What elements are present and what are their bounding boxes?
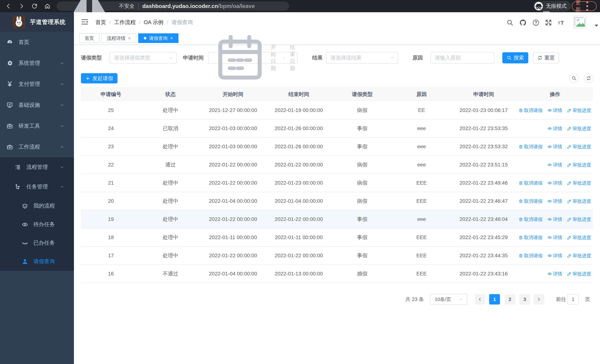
breadcrumb-item[interactable]: OA 示例 [144, 19, 163, 26]
cell-status: 通过 [141, 161, 200, 168]
cell-end-time: 2022-01-26 00:00:00 [266, 125, 332, 131]
tab-label: 首页 [85, 35, 94, 41]
approval-progress-link[interactable]: 审批进度 [567, 144, 591, 150]
next-page-button[interactable] [534, 294, 544, 305]
cell-reason: EEE [393, 271, 450, 277]
help-icon[interactable] [532, 18, 540, 27]
sidebar-item-基础设施[interactable]: 基础设施 [0, 94, 74, 115]
goto-page-input[interactable]: 1 [567, 294, 579, 305]
cancel-leave-link[interactable]: 取消请假 [518, 107, 543, 113]
leave-type-select[interactable]: 请选择请假类型 [110, 52, 177, 64]
approval-progress-link[interactable]: 审批进度 [567, 271, 591, 277]
sidebar-item-研发工具[interactable]: 研发工具 [0, 115, 74, 136]
detail-link[interactable]: 详情 [547, 216, 562, 222]
approval-progress-link[interactable]: 审批进度 [567, 107, 591, 113]
avatar-caret-icon[interactable] [593, 22, 600, 29]
detail-link-label: 详情 [553, 198, 562, 204]
page-button-3[interactable]: 3 [519, 294, 530, 305]
sidebar-item-我的流程[interactable]: 我的流程 [0, 197, 74, 215]
search-button[interactable]: 搜索 [502, 52, 528, 63]
detail-link[interactable]: 详情 [547, 144, 562, 150]
dashboard-icon [6, 39, 14, 45]
tab-请假查询[interactable]: 请假查询× [138, 33, 178, 43]
sidebar-item-工作流程[interactable]: 工作流程 [0, 136, 74, 157]
sidebar-item-已办任务[interactable]: 已办任务 [0, 234, 74, 252]
toggle-search-button[interactable] [569, 73, 579, 83]
forward-icon[interactable] [17, 2, 26, 10]
detail-link[interactable]: 详情 [547, 107, 562, 113]
approval-progress-link[interactable]: 审批进度 [567, 234, 591, 241]
cancel-leave-link[interactable]: 取消请假 [518, 198, 543, 204]
cell-start-time: 2022-01-22 00:00:00 [200, 216, 266, 222]
sidebar-item-支付管理[interactable]: 支付管理 [0, 74, 74, 94]
sidebar-item-流程管理[interactable]: 流程管理 [0, 157, 74, 177]
approval-progress-link[interactable]: 审批进度 [567, 162, 591, 168]
apply-time-range-picker[interactable]: 开始日期 - 结束日期 [208, 52, 298, 64]
browser-update-button[interactable]: 更新 [572, 1, 597, 11]
approval-progress-link[interactable]: 审批进度 [567, 125, 591, 131]
cell-actions: 取消请假详情审批进度 [517, 180, 593, 186]
page-button-2[interactable]: 2 [505, 294, 515, 305]
detail-link[interactable]: 详情 [547, 162, 562, 168]
detail-link[interactable]: 详情 [547, 180, 562, 186]
page-button-1[interactable]: 1 [489, 294, 500, 305]
pen-icon [567, 199, 572, 204]
approval-progress-link[interactable]: 审批进度 [567, 198, 591, 204]
back-icon[interactable] [4, 2, 13, 10]
detail-link[interactable]: 详情 [547, 271, 562, 277]
detail-link[interactable]: 详情 [547, 125, 562, 131]
fullscreen-icon[interactable] [544, 18, 553, 27]
tab-流程详情[interactable]: 流程详情× [101, 33, 136, 43]
result-placeholder: 请选择流结果 [330, 54, 390, 61]
reset-button[interactable]: 重置 [533, 52, 559, 63]
create-leave-button[interactable]: 发起请假 [81, 73, 117, 84]
reload-icon[interactable] [30, 2, 39, 10]
broken-image-icon [574, 16, 586, 28]
cancel-leave-link[interactable]: 取消请假 [518, 234, 543, 241]
table-row: 20处理中2022-01-04 00:00:002022-01-04 00:00… [81, 192, 593, 210]
avatar[interactable] [573, 16, 586, 28]
detail-link[interactable]: 详情 [547, 253, 562, 259]
address-bar[interactable]: 不安全 dashboard.yudao.iocoder.cn/bpm/oa/le… [57, 1, 289, 11]
url-host: dashboard.yudao.iocoder.cn [142, 3, 218, 9]
result-select[interactable]: 请选择流结果 [326, 52, 398, 64]
tab-close-icon[interactable]: × [128, 36, 131, 41]
cell-actions: 取消请假详情审批进度 [517, 198, 593, 204]
github-icon[interactable] [519, 18, 527, 27]
cancel-leave-link[interactable]: 取消请假 [518, 253, 543, 259]
cell-leave-type: 婚假 [332, 270, 393, 277]
column-header-请假类型: 请假类型 [332, 91, 393, 98]
cancel-leave-link[interactable]: 取消请假 [518, 180, 543, 186]
cell-leave-type: 事假 [332, 216, 393, 223]
breadcrumb-item[interactable]: 工作流程 [114, 19, 136, 26]
sidebar-item-首页[interactable]: 首页 [0, 32, 74, 53]
table-row: 17处理中2022-01-22 00:00:002022-01-22 00:00… [81, 247, 593, 265]
breadcrumb-item[interactable]: 首页 [95, 19, 106, 26]
font-size-icon[interactable]: TT [557, 18, 565, 27]
sidebar-item-请假查询[interactable]: 请假查询 [0, 252, 74, 271]
tab-close-icon[interactable]: × [170, 36, 173, 41]
sidebar-collapse-icon[interactable] [81, 18, 89, 26]
main-area: 首页/工作流程/OA 示例/请假查询 TT 首页流程详情×请假查询× 请假类型 … [74, 12, 600, 364]
tab-首页[interactable]: 首页 [79, 33, 100, 43]
cell-end-time: 2022-01-11 00:00:00 [266, 234, 332, 240]
sidebar: 芋道管理系统 首页系统管理支付管理基础设施研发工具工作流程流程管理任务管理我的流… [0, 12, 74, 364]
cell-leave-type: 事假 [332, 125, 393, 132]
refresh-table-button[interactable] [584, 73, 593, 83]
home-icon[interactable] [43, 2, 52, 10]
sidebar-item-任务管理[interactable]: 任务管理 [0, 177, 74, 197]
cancel-leave-link[interactable]: 取消请假 [518, 216, 543, 222]
detail-link[interactable]: 详情 [547, 198, 562, 204]
sidebar-item-待办任务[interactable]: 待办任务 [0, 215, 74, 234]
detail-link[interactable]: 详情 [547, 234, 562, 241]
reason-input[interactable]: 请输入原因 [431, 52, 494, 64]
sidebar-item-系统管理[interactable]: 系统管理 [0, 53, 74, 74]
browser-menu-dots-icon[interactable] [581, 0, 594, 13]
approval-progress-link[interactable]: 审批进度 [567, 253, 591, 259]
url-path: /bpm/oa/leave [218, 3, 255, 9]
approval-progress-link[interactable]: 审批进度 [567, 216, 591, 222]
approval-progress-link[interactable]: 审批进度 [567, 180, 591, 186]
search-icon[interactable] [506, 18, 514, 27]
cell-leave-type: 事假 [332, 234, 393, 241]
cancel-leave-link[interactable]: 取消请假 [518, 144, 543, 150]
